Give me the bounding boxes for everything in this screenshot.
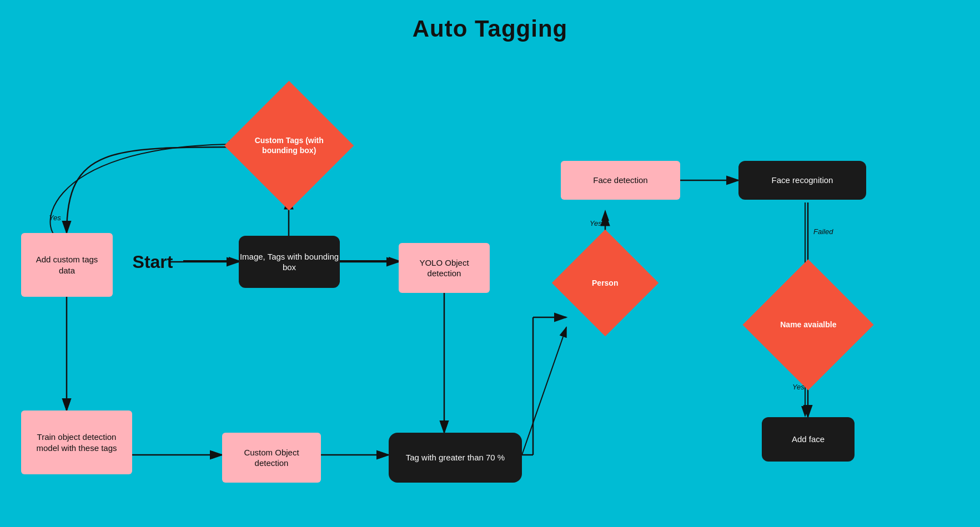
yes-label-1: Yes — [49, 214, 61, 222]
name-diamond: Name avaialble — [742, 259, 873, 390]
yolo-node: YOLO Object detection — [399, 243, 490, 293]
flowchart: Start Image, Tags with bounding box Cust… — [0, 44, 980, 521]
tag-70-node: Tag with greater than 70 % — [389, 433, 522, 483]
train-model-node: Train object detection model with these … — [21, 411, 132, 474]
yes-label-2: Yes — [590, 219, 602, 227]
add-face-node: Add face — [762, 417, 855, 462]
yes-label-3: Yes — [792, 383, 805, 391]
face-recognition-node: Face recognition — [738, 161, 866, 200]
face-detection-node: Face detection — [561, 161, 680, 200]
person-diamond: Person — [552, 230, 659, 336]
start-node: Start — [122, 247, 183, 277]
svg-line-8 — [522, 327, 566, 455]
add-custom-tags-node: Add custom tags data — [21, 233, 113, 297]
custom-tags-diamond: Custom Tags (with bounding box) — [224, 81, 354, 210]
image-tags-node: Image, Tags with bounding box — [239, 236, 340, 288]
failed-label: Failed — [813, 227, 833, 236]
custom-object-detection-node: Custom Object detection — [222, 433, 321, 483]
page-title: Auto Tagging — [0, 0, 980, 42]
